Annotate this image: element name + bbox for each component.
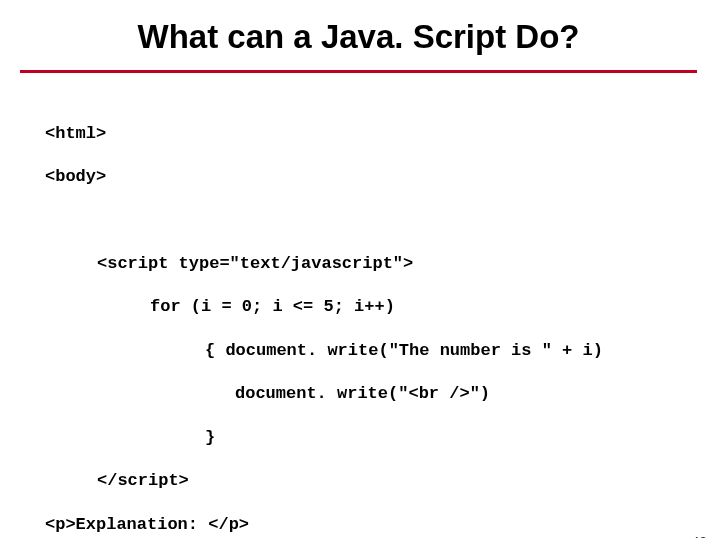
code-line: </script> <box>97 470 672 492</box>
code-line: } <box>205 427 672 449</box>
code-line: for (i = 0; i <= 5; i++) <box>150 296 672 318</box>
code-line: <p>Explanation: </p> <box>45 514 672 536</box>
code-line: <html> <box>45 123 672 145</box>
page-number: 40 <box>691 534 707 538</box>
slide: What can a Java. Script Do? <html> <body… <box>0 18 717 538</box>
slide-title: What can a Java. Script Do? <box>0 18 717 56</box>
code-block: <html> <body> <script type="text/javascr… <box>45 101 672 538</box>
code-line: { document. write("The number is " + i) <box>205 340 672 362</box>
code-line: document. write("<br />") <box>235 383 672 405</box>
code-line: <script type="text/javascript"> <box>97 253 672 275</box>
horizontal-rule <box>20 70 697 73</box>
code-line: <body> <box>45 166 672 188</box>
